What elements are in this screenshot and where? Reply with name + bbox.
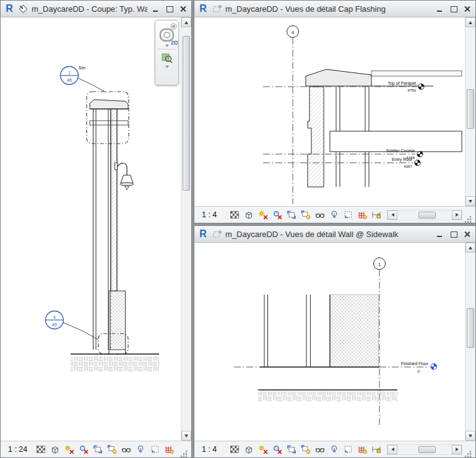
level-marker-icon bbox=[417, 151, 423, 157]
scroll-down-button[interactable] bbox=[181, 431, 191, 441]
scale-control[interactable]: 1 : 24 bbox=[4, 445, 33, 454]
close-button[interactable] bbox=[462, 4, 472, 14]
scroll-up-button[interactable] bbox=[181, 17, 191, 27]
scroll-right-button[interactable] bbox=[452, 210, 462, 220]
detail-level-icon[interactable] bbox=[228, 209, 241, 221]
reveal-constraints-icon[interactable] bbox=[370, 443, 383, 456]
sidewalk-drawing[interactable]: 1 Finished Floor 0 bbox=[194, 243, 465, 441]
cap-view-control-bar: 1 : 4 bbox=[194, 206, 475, 223]
callout-bubble-sidewalk[interactable]: 4 A5 bbox=[46, 311, 64, 329]
scroll-thumb[interactable] bbox=[183, 36, 190, 191]
temporary-hide-isolate-icon[interactable] bbox=[314, 209, 326, 221]
cap-window-titlebar[interactable]: R m_DaycareDD - Vues de détail Cap Flash… bbox=[194, 1, 475, 17]
scroll-track[interactable] bbox=[465, 253, 475, 431]
analytical-model-icon[interactable] bbox=[356, 443, 368, 456]
close-button[interactable] bbox=[462, 229, 472, 240]
crop-region-visibility-icon[interactable] bbox=[106, 443, 118, 456]
sun-path-icon[interactable] bbox=[257, 443, 269, 456]
steering-wheel-2d-icon[interactable]: 2D bbox=[158, 28, 176, 44]
scroll-down-button[interactable] bbox=[465, 431, 475, 441]
temporary-hide-isolate-icon[interactable] bbox=[314, 443, 326, 456]
shadows-icon[interactable] bbox=[271, 209, 283, 221]
close-button[interactable] bbox=[178, 4, 188, 14]
analytical-model-icon[interactable] bbox=[163, 443, 175, 456]
scroll-track[interactable] bbox=[465, 27, 475, 196]
detail-level-icon[interactable] bbox=[35, 443, 47, 456]
sun-path-icon[interactable] bbox=[63, 443, 76, 456]
cap-flashing-drawing[interactable]: 4 Top of Parapet 4750 Soldier Course bbox=[194, 17, 465, 206]
temporary-view-properties-icon[interactable] bbox=[342, 443, 355, 456]
callout-bubble-cap[interactable]: 1 A5 bbox=[61, 67, 79, 85]
scroll-track[interactable] bbox=[397, 445, 452, 454]
scroll-thumb[interactable] bbox=[467, 308, 474, 348]
crop-region-visibility-icon[interactable] bbox=[300, 209, 312, 221]
scroll-up-button[interactable] bbox=[465, 243, 475, 253]
shadows-icon[interactable] bbox=[77, 443, 90, 456]
grid-bubble-1[interactable]: 1 bbox=[374, 258, 386, 270]
shadows-icon[interactable] bbox=[271, 443, 283, 456]
level-entry-roof[interactable]: Entry Roof 4267 bbox=[263, 157, 420, 168]
wall-light-fixture[interactable] bbox=[115, 163, 134, 190]
sidewalk-drawing-canvas[interactable]: 1 Finished Floor 0 bbox=[194, 243, 475, 441]
window-title: m_DaycareDD - Coupe: Typ. Wall... bbox=[32, 4, 147, 14]
cap-vertical-scrollbar[interactable] bbox=[465, 17, 475, 206]
minimize-button[interactable] bbox=[150, 4, 161, 14]
resize-grip[interactable] bbox=[180, 450, 188, 457]
visual-style-icon[interactable] bbox=[49, 443, 61, 456]
reveal-constraints-icon[interactable] bbox=[370, 209, 383, 221]
reveal-hidden-elements-icon[interactable] bbox=[328, 443, 340, 456]
scroll-thumb[interactable] bbox=[418, 446, 436, 453]
temporary-hide-isolate-icon[interactable] bbox=[120, 443, 132, 456]
visual-style-icon[interactable] bbox=[243, 443, 255, 456]
sidewalk-vertical-scrollbar[interactable] bbox=[465, 243, 475, 441]
cap-drawing-canvas[interactable]: 4 Top of Parapet 4750 Soldier Course bbox=[194, 17, 475, 206]
crop-view-icon[interactable] bbox=[285, 443, 298, 456]
analytical-model-icon[interactable] bbox=[356, 209, 368, 221]
temporary-view-properties-icon[interactable] bbox=[342, 209, 355, 221]
grid-bubble-4[interactable]: 4 bbox=[287, 26, 299, 38]
horizontal-scrollbar[interactable] bbox=[387, 444, 462, 455]
scroll-right-button[interactable] bbox=[452, 445, 462, 454]
detail-level-icon[interactable] bbox=[228, 443, 241, 456]
reveal-hidden-elements-icon[interactable] bbox=[328, 209, 340, 221]
section-drawing[interactable]: 1 A5 Sim bbox=[1, 17, 181, 441]
wheel-menu-caret[interactable] bbox=[165, 45, 169, 47]
scroll-thumb[interactable] bbox=[418, 212, 436, 218]
scroll-track[interactable] bbox=[397, 210, 452, 220]
scroll-left-button[interactable] bbox=[387, 445, 397, 454]
scroll-up-button[interactable] bbox=[465, 17, 475, 27]
section-window-titlebar[interactable]: R m_DaycareDD - Coupe: Typ. Wall... bbox=[1, 1, 191, 17]
crop-view-icon[interactable] bbox=[92, 443, 104, 456]
crop-view-icon[interactable] bbox=[285, 209, 298, 221]
section-drawing-canvas[interactable]: 1 A5 Sim bbox=[1, 17, 191, 441]
reveal-hidden-elements-icon[interactable] bbox=[134, 443, 147, 456]
ground-hatch bbox=[71, 354, 159, 372]
crop-region-visibility-icon[interactable] bbox=[300, 443, 312, 456]
maximize-button[interactable] bbox=[448, 229, 459, 240]
scale-control[interactable]: 1 : 4 bbox=[198, 210, 227, 219]
resize-grip[interactable] bbox=[464, 450, 472, 457]
temporary-view-properties-icon[interactable] bbox=[149, 443, 161, 456]
wall-base-geometry bbox=[264, 295, 379, 367]
sun-path-icon[interactable] bbox=[257, 209, 269, 221]
resize-grip[interactable] bbox=[464, 215, 472, 223]
section-vertical-scrollbar[interactable] bbox=[181, 17, 191, 441]
window-title: m_DaycareDD - Vues de détail Cap Flashin… bbox=[225, 4, 431, 14]
section-view-control-bar: 1 : 24 bbox=[1, 441, 191, 457]
maximize-button[interactable] bbox=[448, 4, 459, 14]
revit-logo-icon: R bbox=[197, 3, 209, 14]
minimize-button[interactable] bbox=[435, 4, 445, 14]
scale-control[interactable]: 1 : 4 bbox=[198, 445, 227, 454]
zoom-region-icon[interactable] bbox=[155, 51, 178, 65]
minimize-button[interactable] bbox=[435, 229, 445, 240]
visual-style-icon[interactable] bbox=[243, 209, 255, 221]
maximize-button[interactable] bbox=[164, 4, 175, 14]
zoom-menu-caret[interactable] bbox=[165, 66, 169, 68]
scroll-down-button[interactable] bbox=[465, 196, 475, 206]
scroll-track[interactable] bbox=[181, 27, 191, 431]
scroll-thumb[interactable] bbox=[467, 89, 474, 129]
horizontal-scrollbar[interactable] bbox=[387, 210, 462, 220]
scroll-left-button[interactable] bbox=[387, 210, 397, 220]
navbar-close-icon[interactable] bbox=[170, 21, 177, 28]
sidewalk-window-titlebar[interactable]: R m_DaycareDD - Vues de détail Wall @ Si… bbox=[194, 226, 475, 243]
